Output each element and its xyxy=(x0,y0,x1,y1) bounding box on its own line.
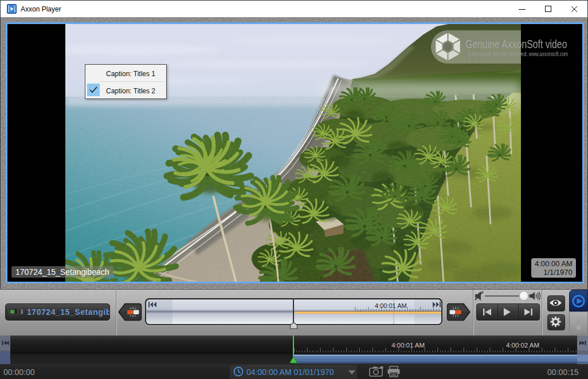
svg-text:4:00:01 AM: 4:00:01 AM xyxy=(391,342,425,349)
svg-text:4:00:02 AM: 4:00:02 AM xyxy=(506,342,539,349)
